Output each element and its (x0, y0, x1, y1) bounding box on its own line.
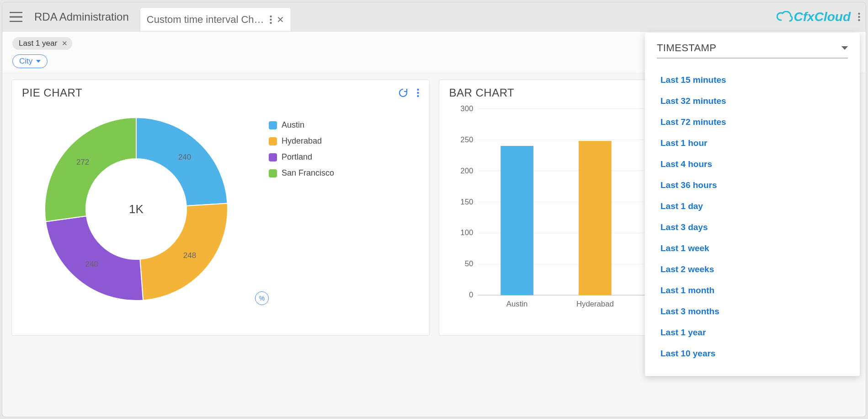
y-axis-tick: 150 (460, 198, 473, 206)
timestamp-option[interactable]: Last 4 hours (657, 154, 848, 175)
y-axis-tick: 0 (469, 290, 473, 299)
timerange-chip-label: Last 1 year (19, 39, 57, 48)
donut-slice[interactable] (140, 203, 228, 300)
svg-point-7 (417, 92, 419, 94)
timestamp-option[interactable]: Last 1 day (657, 196, 848, 217)
timestamp-option-list: Last 15 minutesLast 32 minutesLast 72 mi… (657, 70, 848, 364)
svg-point-0 (270, 15, 272, 17)
legend-label: San Francisco (282, 168, 334, 178)
legend-swatch (269, 153, 277, 161)
legend-label: Hyderabad (282, 136, 322, 146)
brand-logo: CfxCloud (777, 10, 851, 24)
donut-slice[interactable] (136, 118, 228, 206)
timestamp-option[interactable]: Last 15 minutes (657, 70, 848, 91)
hamburger-menu-icon[interactable] (5, 6, 27, 28)
timestamp-title: TIMESTAMP (657, 42, 716, 54)
chevron-down-icon (841, 46, 848, 50)
tab-label: Custom time interval Ch… (147, 14, 264, 26)
timestamp-option[interactable]: Last 1 week (657, 238, 848, 259)
refresh-icon[interactable] (398, 87, 409, 98)
donut-slice[interactable] (45, 118, 136, 222)
tab-more-icon[interactable] (270, 15, 272, 24)
timestamp-option[interactable]: Last 72 minutes (657, 112, 848, 133)
timestamp-option[interactable]: Last 1 hour (657, 133, 848, 154)
app-title[interactable]: RDA Administration (27, 11, 140, 23)
legend-item[interactable]: Portland (269, 152, 334, 162)
svg-point-6 (417, 89, 419, 91)
y-axis-tick: 300 (460, 104, 473, 113)
svg-point-3 (858, 12, 860, 14)
timestamp-option[interactable]: Last 2 weeks (657, 259, 848, 280)
city-filter-label: City (19, 57, 32, 66)
x-axis-tick: Austin (506, 300, 527, 308)
timestamp-option[interactable]: Last 10 years (657, 343, 848, 364)
pie-chart-card: PIE CHART 1K 240248240272 AustinHyderaba… (11, 80, 430, 336)
timestamp-option[interactable]: Last 3 days (657, 217, 848, 238)
brand-logo-text: CfxCloud (794, 10, 851, 24)
legend-label: Austin (282, 120, 304, 130)
tab-custom-time-interval[interactable]: Custom time interval Ch… ✕ (140, 7, 291, 31)
chip-remove-icon[interactable]: ✕ (62, 39, 68, 48)
pie-chart-title: PIE CHART (22, 86, 82, 99)
tab-close-icon[interactable]: ✕ (277, 14, 284, 25)
city-filter-dropdown[interactable]: City (12, 54, 48, 68)
percent-toggle-button[interactable]: % (255, 291, 269, 305)
pie-legend: AustinHyderabadPortlandSan Francisco (269, 120, 334, 178)
timestamp-option[interactable]: Last 1 month (657, 280, 848, 301)
pie-chart-area: 1K 240248240272 AustinHyderabadPortlandS… (22, 104, 419, 326)
topbar-more-icon[interactable] (858, 12, 860, 21)
timestamp-option[interactable]: Last 1 year (657, 322, 848, 343)
y-axis-tick: 250 (460, 135, 473, 144)
card-more-icon[interactable] (417, 88, 419, 97)
x-axis-tick: Hyderabad (576, 300, 613, 308)
svg-point-4 (858, 16, 860, 17)
y-axis-tick: 200 (460, 167, 473, 175)
bar-chart-title: BAR CHART (449, 86, 515, 99)
y-axis-tick: 50 (464, 259, 473, 268)
timerange-chip[interactable]: Last 1 year ✕ (12, 37, 72, 50)
legend-swatch (269, 137, 277, 145)
legend-item[interactable]: Hyderabad (269, 136, 334, 146)
timestamp-option[interactable]: Last 3 months (657, 301, 848, 322)
legend-item[interactable]: Austin (269, 120, 334, 130)
legend-swatch (269, 169, 277, 177)
svg-point-1 (270, 18, 272, 20)
timestamp-dropdown-header[interactable]: TIMESTAMP (657, 42, 848, 59)
svg-point-8 (417, 95, 419, 97)
timestamp-dropdown-panel: TIMESTAMP Last 15 minutesLast 32 minutes… (645, 33, 860, 376)
timestamp-option[interactable]: Last 36 hours (657, 175, 848, 196)
donut-slice[interactable] (46, 216, 143, 301)
y-axis-tick: 100 (460, 229, 473, 237)
donut-center-label: 1K (129, 202, 144, 216)
chevron-down-icon (36, 60, 41, 63)
timestamp-option[interactable]: Last 32 minutes (657, 91, 848, 112)
svg-point-5 (858, 19, 860, 21)
legend-swatch (269, 121, 277, 129)
bar[interactable] (579, 141, 612, 295)
legend-item[interactable]: San Francisco (269, 168, 334, 178)
top-bar: RDA Administration Custom time interval … (2, 2, 866, 32)
legend-label: Portland (282, 152, 312, 162)
svg-point-2 (270, 21, 272, 23)
bar[interactable] (501, 146, 533, 295)
